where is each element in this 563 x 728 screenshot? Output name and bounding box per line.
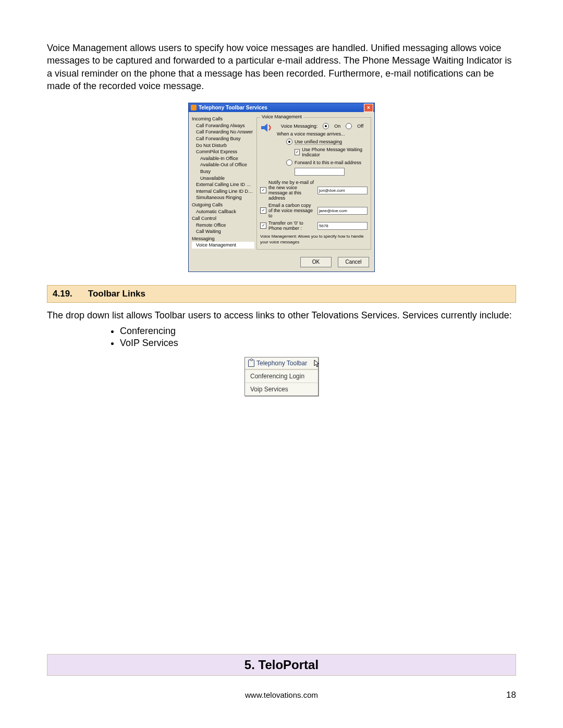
on-label: On xyxy=(334,124,340,129)
cursor-icon xyxy=(314,360,321,369)
tree-subitem[interactable]: Unavailable xyxy=(192,175,254,182)
radio-on[interactable] xyxy=(323,123,329,129)
toolbar-links-text: The drop down list allows Toolbar users … xyxy=(47,309,516,322)
dropdown-title-row[interactable]: Telephony Toolbar xyxy=(245,357,318,369)
dialog-title: Telephony Toolbar Services xyxy=(199,105,267,110)
dropdown-item-voip[interactable]: Voip Services xyxy=(245,382,318,396)
use-unified-label: Use unified messaging xyxy=(295,139,342,145)
tree-item[interactable]: External Calling Line ID Delivery xyxy=(192,181,254,188)
toolbar-icon xyxy=(248,360,254,367)
tree-subitem[interactable]: Available-In Office xyxy=(192,155,254,162)
svg-marker-0 xyxy=(261,124,267,132)
pmwi-label: Use Phone Message Waiting Indicator xyxy=(302,147,368,157)
voice-messaging-label: Voice Messaging: xyxy=(281,124,318,129)
section-419-header: 4.19.Toolbar Links xyxy=(47,285,516,303)
tree-group[interactable]: Incoming Calls xyxy=(192,116,254,122)
tree-item[interactable]: Call Forwarding Always xyxy=(192,122,254,129)
panel-legend: Voice Management xyxy=(260,114,303,119)
list-item: Conferencing xyxy=(120,326,516,337)
tree-item[interactable]: Automatic Callback xyxy=(192,208,254,215)
radio-forward-email[interactable] xyxy=(286,159,292,166)
notify-email-input[interactable]: jon@doe.com xyxy=(317,187,368,194)
forward-email-input[interactable] xyxy=(295,168,345,176)
section-title: Toolbar Links xyxy=(88,289,145,299)
dialog-titlebar: Telephony Toolbar Services × xyxy=(189,103,374,112)
cancel-button[interactable]: Cancel xyxy=(338,257,369,267)
tree-group[interactable]: Outgoing Calls xyxy=(192,202,254,208)
ok-button[interactable]: OK xyxy=(300,257,332,267)
footer-url: www.telovations.com xyxy=(0,690,563,699)
section-5-title: 5. TeloPortal xyxy=(244,658,319,672)
tree-item[interactable]: Remote Office xyxy=(192,222,254,229)
tree-group[interactable]: Messaging xyxy=(192,236,254,242)
dropdown-title: Telephony Toolbar xyxy=(256,360,307,367)
carbon-email-input[interactable]: jane@doe.com xyxy=(317,207,368,215)
bullet-list: Conferencing VoIP Services xyxy=(120,326,516,349)
checkbox-notify[interactable] xyxy=(260,187,266,193)
tree-group[interactable]: Call Control xyxy=(192,215,254,222)
carbon-label: Email a carbon copy of the voice message… xyxy=(268,203,315,218)
forward-email-label: Forward it to this e-mail address xyxy=(295,160,361,165)
voice-management-panel: Voice Management Voice Messaging: On xyxy=(256,115,371,250)
transfer-label: Transfer on '0' to Phone number : xyxy=(268,220,315,231)
arrive-label: When a voice message arrives... xyxy=(277,131,368,137)
close-icon[interactable]: × xyxy=(364,104,373,112)
off-label: Off xyxy=(357,124,363,129)
tree-item[interactable]: CommPilot Express xyxy=(192,149,254,155)
telephony-services-dialog: Telephony Toolbar Services × Incoming Ca… xyxy=(188,103,375,272)
tree-item[interactable]: Do Not Disturb xyxy=(192,142,254,149)
radio-use-unified[interactable] xyxy=(286,139,292,145)
radio-off[interactable] xyxy=(346,123,352,129)
panel-description: Voice Management: Allows you to specify … xyxy=(260,234,368,245)
tree-item[interactable]: Call Waiting xyxy=(192,228,254,235)
checkbox-carbon[interactable] xyxy=(260,207,266,214)
toolbar-dropdown: Telephony Toolbar Conferencing Login Voi… xyxy=(244,357,319,396)
speaker-icon xyxy=(260,122,274,133)
section-number: 4.19. xyxy=(53,289,72,299)
tree-item[interactable]: Simultaneous Ringing xyxy=(192,194,254,201)
intro-paragraph: Voice Management allows users to specify… xyxy=(47,42,516,92)
transfer-number-input[interactable]: 5678 xyxy=(317,222,368,230)
section-5-header: 5. TeloPortal xyxy=(47,654,516,676)
tree-item[interactable]: Internal Calling Line ID Delivery xyxy=(192,188,254,195)
checkbox-transfer[interactable] xyxy=(260,223,266,229)
notify-label: Notify me by e-mail of the new voice mes… xyxy=(268,180,315,201)
app-icon xyxy=(191,105,197,110)
tree-item[interactable]: Call Forwarding No Answer xyxy=(192,129,254,135)
checkbox-pmwi[interactable] xyxy=(295,149,300,155)
list-item: VoIP Services xyxy=(120,338,516,349)
tree-subitem[interactable]: Busy xyxy=(192,168,254,175)
tree-item-voice-management[interactable]: Voice Management xyxy=(192,242,254,249)
tree-item[interactable]: Call Forwarding Busy xyxy=(192,135,254,142)
services-tree[interactable]: Incoming Calls Call Forwarding Always Ca… xyxy=(192,115,254,250)
tree-subitem[interactable]: Available-Out of Office xyxy=(192,162,254,168)
dropdown-item-conferencing[interactable]: Conferencing Login xyxy=(245,369,318,382)
page-number: 18 xyxy=(506,690,516,700)
